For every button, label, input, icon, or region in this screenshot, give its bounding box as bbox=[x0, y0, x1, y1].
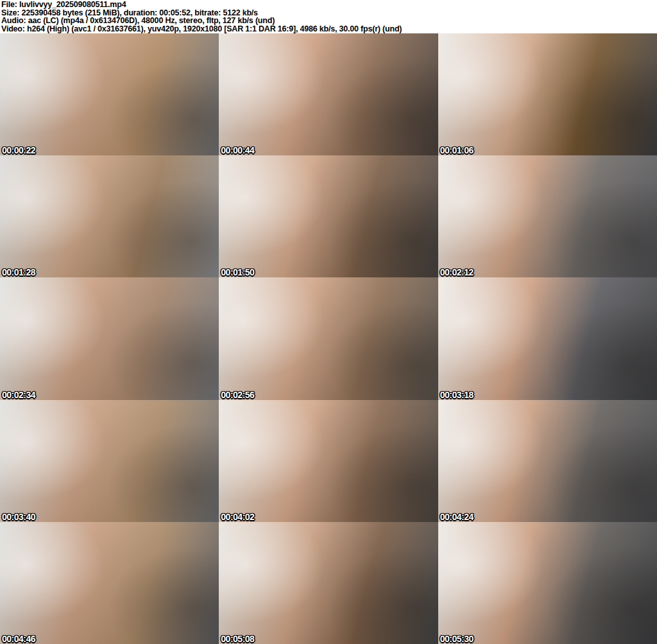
thumbnail-grid: 00:00:22 00:00:44 00:01:06 00:01:28 00:0… bbox=[0, 33, 657, 644]
thumbnail-placeholder-image bbox=[438, 277, 657, 399]
timestamp-overlay: 00:04:24 bbox=[440, 512, 474, 522]
timestamp-overlay: 00:02:56 bbox=[221, 390, 254, 400]
thumbnail-placeholder-image bbox=[219, 400, 438, 522]
video-thumbnail: 00:02:12 bbox=[438, 155, 657, 277]
thumbnail-placeholder-image bbox=[0, 277, 219, 399]
timestamp-overlay: 00:04:02 bbox=[221, 512, 254, 522]
video-thumbnail: 00:01:06 bbox=[438, 33, 657, 155]
video-thumbnail: 00:04:02 bbox=[219, 400, 438, 522]
thumbnail-placeholder-image bbox=[219, 277, 438, 399]
timestamp-overlay: 00:05:08 bbox=[221, 634, 254, 644]
timestamp-overlay: 00:01:06 bbox=[440, 145, 474, 155]
timestamp-overlay: 00:01:28 bbox=[2, 267, 35, 277]
video-thumbnail: 00:02:56 bbox=[219, 277, 438, 399]
timestamp-overlay: 00:04:46 bbox=[2, 634, 35, 644]
timestamp-overlay: 00:02:12 bbox=[440, 267, 474, 277]
video-thumbnail: 00:03:40 bbox=[0, 400, 219, 522]
video-contact-sheet: File: luvlivvyy_202509080511.mp4 Size: 2… bbox=[0, 0, 657, 644]
video-thumbnail: 00:04:46 bbox=[0, 522, 219, 644]
thumbnail-placeholder-image bbox=[438, 522, 657, 644]
file-info-line: File: luvlivvyy_202509080511.mp4 bbox=[1, 1, 657, 9]
thumbnail-placeholder-image bbox=[219, 522, 438, 644]
timestamp-overlay: 00:02:34 bbox=[2, 390, 35, 400]
video-thumbnail: 00:01:50 bbox=[219, 155, 438, 277]
thumbnail-placeholder-image bbox=[0, 400, 219, 522]
timestamp-overlay: 00:00:22 bbox=[2, 145, 35, 155]
thumbnail-placeholder-image bbox=[438, 33, 657, 155]
video-info-line: Video: h264 (High) (avc1 / 0x31637661), … bbox=[1, 25, 657, 33]
thumbnail-placeholder-image bbox=[0, 33, 219, 155]
timestamp-overlay: 00:05:30 bbox=[440, 634, 474, 644]
thumbnail-placeholder-image bbox=[438, 155, 657, 277]
video-thumbnail: 00:02:34 bbox=[0, 277, 219, 399]
timestamp-overlay: 00:00:44 bbox=[221, 145, 254, 155]
timestamp-overlay: 00:03:40 bbox=[2, 512, 35, 522]
video-thumbnail: 00:05:30 bbox=[438, 522, 657, 644]
video-thumbnail: 00:00:22 bbox=[0, 33, 219, 155]
thumbnail-placeholder-image bbox=[219, 155, 438, 277]
video-thumbnail: 00:04:24 bbox=[438, 400, 657, 522]
video-thumbnail: 00:05:08 bbox=[219, 522, 438, 644]
thumbnail-placeholder-image bbox=[438, 400, 657, 522]
video-thumbnail: 00:00:44 bbox=[219, 33, 438, 155]
timestamp-overlay: 00:03:18 bbox=[440, 390, 474, 400]
thumbnail-placeholder-image bbox=[0, 522, 219, 644]
thumbnail-placeholder-image bbox=[219, 33, 438, 155]
timestamp-overlay: 00:01:50 bbox=[221, 267, 254, 277]
audio-info-line: Audio: aac (LC) (mp4a / 0x6134706D), 480… bbox=[1, 17, 657, 25]
metadata-header: File: luvlivvyy_202509080511.mp4 Size: 2… bbox=[0, 0, 657, 33]
video-thumbnail: 00:03:18 bbox=[438, 277, 657, 399]
video-thumbnail: 00:01:28 bbox=[0, 155, 219, 277]
thumbnail-placeholder-image bbox=[0, 155, 219, 277]
